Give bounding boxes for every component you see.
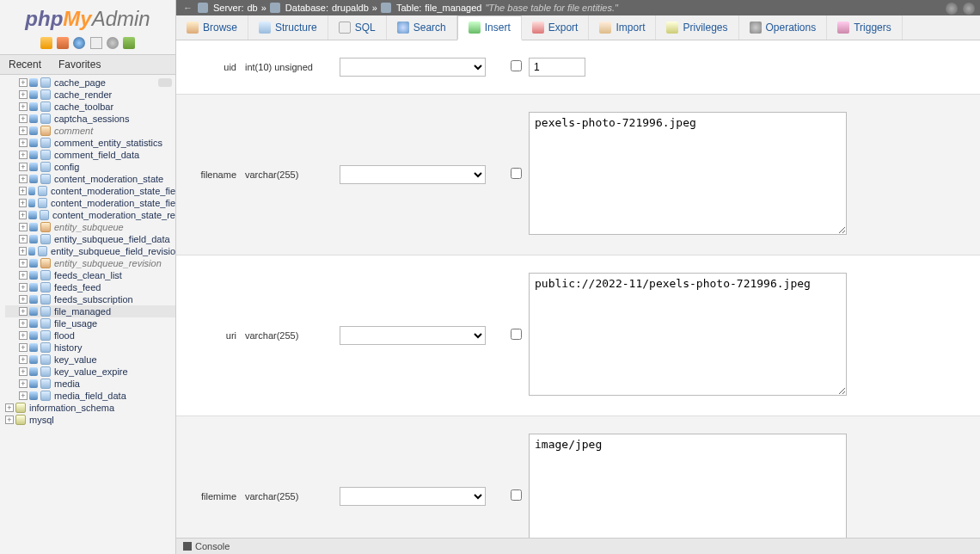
tree-table-item[interactable]: +content_moderation_state_fie: [5, 185, 175, 197]
expand-icon[interactable]: +: [19, 235, 28, 243]
expand-icon[interactable]: +: [19, 211, 27, 219]
tree-table-item[interactable]: +content_moderation_state_re: [5, 209, 175, 221]
link-icon[interactable]: [29, 271, 38, 280]
tree-table-item[interactable]: +config: [5, 161, 175, 173]
link-icon[interactable]: [29, 355, 38, 364]
tree-table-item[interactable]: +comment_field_data: [5, 149, 175, 161]
crumb-db[interactable]: drupaldb: [332, 3, 369, 13]
tree-table-item[interactable]: +comment_entity_statistics: [5, 137, 175, 149]
logo[interactable]: phpMyAdmin: [0, 0, 175, 34]
tab-recent[interactable]: Recent: [0, 55, 50, 74]
tab-privileges[interactable]: Privileges: [656, 15, 738, 40]
link-icon[interactable]: [29, 259, 38, 268]
null-checkbox[interactable]: [511, 329, 522, 340]
tree-table-item[interactable]: +content_moderation_state: [5, 173, 175, 185]
tree-db-item[interactable]: +information_schema: [5, 402, 175, 414]
tree-table-item[interactable]: +feeds_subscription: [5, 293, 175, 305]
expand-icon[interactable]: +: [19, 126, 28, 135]
tree-table-item[interactable]: +file_managed: [5, 305, 175, 317]
link-icon[interactable]: [28, 199, 36, 207]
link-icon[interactable]: [28, 247, 36, 255]
expand-icon[interactable]: +: [19, 367, 28, 376]
tree-table-item[interactable]: +comment: [5, 125, 175, 137]
link-icon[interactable]: [29, 78, 38, 87]
expand-icon[interactable]: +: [19, 175, 28, 183]
tree-db-item[interactable]: +mysql: [5, 414, 175, 426]
tree-table-item[interactable]: +entity_subqueue_field_revisio: [5, 245, 175, 257]
expand-icon[interactable]: +: [19, 283, 28, 292]
logout-icon[interactable]: [57, 37, 69, 49]
link-icon[interactable]: [29, 367, 38, 376]
page-settings-icon[interactable]: [946, 3, 958, 15]
tab-import[interactable]: Import: [589, 15, 656, 40]
reload-icon[interactable]: [123, 37, 135, 49]
home-icon[interactable]: [40, 37, 52, 49]
expand-icon[interactable]: +: [19, 151, 28, 159]
expand-icon[interactable]: +: [19, 102, 28, 111]
expand-icon[interactable]: +: [19, 78, 28, 87]
expand-icon[interactable]: +: [19, 343, 28, 352]
link-icon[interactable]: [29, 163, 38, 171]
value-textarea[interactable]: pexels-photo-721996.jpeg: [529, 112, 847, 235]
link-icon[interactable]: [29, 126, 38, 135]
null-checkbox[interactable]: [511, 168, 522, 179]
link-icon[interactable]: [29, 319, 38, 328]
docs-icon[interactable]: [73, 37, 85, 49]
expand-icon[interactable]: +: [19, 138, 28, 147]
tab-triggers[interactable]: Triggers: [827, 15, 903, 40]
expand-icon[interactable]: +: [19, 379, 28, 388]
tree-table-item[interactable]: +entity_subqueue_revision: [5, 257, 175, 269]
link-icon[interactable]: [29, 102, 38, 111]
tab-browse[interactable]: Browse: [176, 15, 248, 40]
link-icon[interactable]: [29, 343, 38, 352]
expand-icon[interactable]: +: [19, 271, 28, 280]
expand-icon[interactable]: +: [19, 319, 28, 328]
tree-table-item[interactable]: +history: [5, 342, 175, 354]
value-input[interactable]: [529, 58, 585, 77]
link-icon[interactable]: [29, 331, 38, 340]
expand-icon[interactable]: +: [19, 259, 28, 268]
link-icon[interactable]: [29, 175, 38, 183]
tab-search[interactable]: Search: [387, 15, 457, 40]
tree-table-item[interactable]: +flood: [5, 329, 175, 342]
tree-table-item[interactable]: +key_value: [5, 354, 175, 366]
expand-icon[interactable]: +: [19, 187, 27, 195]
expand-icon[interactable]: +: [19, 247, 27, 255]
tree-table-item[interactable]: +file_usage: [5, 317, 175, 329]
navpanel-icon[interactable]: [90, 37, 102, 49]
link-icon[interactable]: [29, 138, 38, 147]
tree-table-item[interactable]: +cache_render: [5, 89, 175, 101]
function-select[interactable]: [340, 165, 486, 184]
value-textarea[interactable]: public://2022-11/pexels-photo-721996.jpe…: [529, 273, 847, 396]
value-textarea[interactable]: image/jpeg: [529, 434, 847, 538]
expand-icon[interactable]: +: [19, 163, 28, 171]
link-icon[interactable]: [29, 223, 38, 231]
tree-table-item[interactable]: +feeds_feed: [5, 281, 175, 293]
collapse-icon[interactable]: [158, 78, 172, 87]
crumb-table[interactable]: file_managed: [425, 3, 481, 13]
tree-table-item[interactable]: +media: [5, 378, 175, 390]
tab-sql[interactable]: SQL: [328, 15, 387, 40]
tab-export[interactable]: Export: [522, 15, 590, 40]
tree-table-item[interactable]: +media_field_data: [5, 390, 175, 402]
page-exit-icon[interactable]: [963, 3, 975, 15]
link-icon[interactable]: [29, 283, 38, 292]
null-checkbox[interactable]: [511, 60, 522, 71]
settings-icon[interactable]: [107, 37, 119, 49]
expand-icon[interactable]: +: [19, 114, 28, 123]
back-icon[interactable]: ←: [183, 3, 193, 13]
expand-icon[interactable]: +: [19, 391, 28, 400]
link-icon[interactable]: [29, 235, 38, 243]
null-checkbox[interactable]: [511, 489, 522, 501]
tree-table-item[interactable]: +content_moderation_state_fie: [5, 197, 175, 209]
tree-table-item[interactable]: +cache_toolbar: [5, 101, 175, 113]
link-icon[interactable]: [29, 307, 38, 316]
link-icon[interactable]: [29, 90, 38, 99]
tree-table-item[interactable]: +entity_subqueue: [5, 221, 175, 233]
tree-table-item[interactable]: +captcha_sessions: [5, 113, 175, 125]
tree-table-item[interactable]: +cache_page: [5, 77, 175, 89]
expand-icon[interactable]: +: [19, 199, 27, 207]
tab-operations[interactable]: Operations: [739, 15, 828, 40]
tree-table-item[interactable]: +key_value_expire: [5, 366, 175, 378]
tab-favorites[interactable]: Favorites: [50, 55, 109, 74]
